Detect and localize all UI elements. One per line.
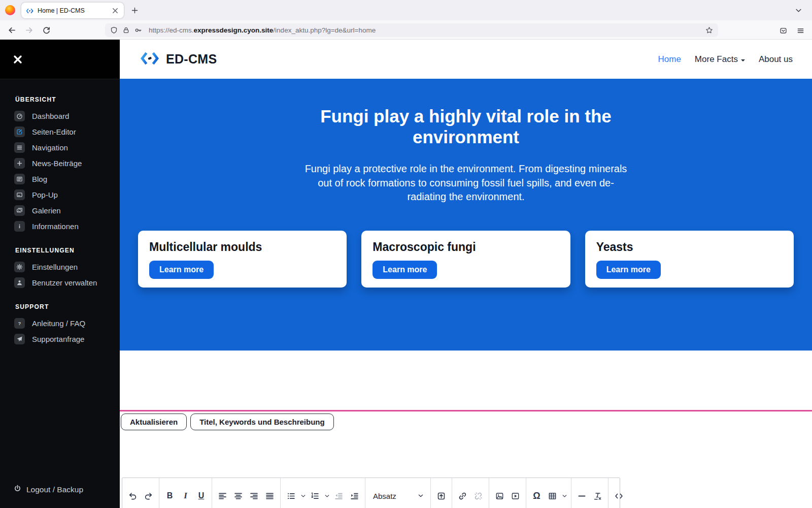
tab-close-icon[interactable] (111, 7, 119, 15)
shield-icon[interactable] (110, 26, 118, 34)
toolbar-group: Ω (526, 478, 571, 508)
titel-keywords-und-beschreibung-button[interactable]: Titel, Keywords und Beschreibung (190, 414, 333, 430)
sidebar-item-supportanfrage[interactable]: Supportanfrage (0, 331, 120, 347)
learn-more-button[interactable]: Learn more (149, 261, 214, 279)
dropdown-caret-icon (741, 59, 745, 64)
back-button[interactable] (4, 22, 19, 38)
sidebar-item-informationen[interactable]: Informationen (0, 218, 120, 234)
sidebar-item-dashboard[interactable]: Dashboard (0, 108, 120, 124)
ed-cms-logo-icon (140, 51, 159, 68)
bold-button[interactable]: B (162, 486, 178, 505)
align-justify-button[interactable] (262, 486, 278, 505)
aktualisieren-button[interactable]: Aktualisieren (121, 414, 187, 430)
paper-plane-icon (14, 334, 25, 344)
cms-action-buttons: AktualisierenTitel, Keywords und Beschre… (121, 414, 812, 430)
sidebar-item-label: Einstellungen (32, 263, 78, 271)
nav-about-us[interactable]: About us (759, 54, 793, 65)
toolbar-group (608, 478, 629, 508)
sidebar-item-einstellungen[interactable]: Einstellungen (0, 259, 120, 275)
chevron-down-icon (418, 493, 424, 499)
sidebar-sections: ÜBERSICHTDashboardSeiten-EditorNavigatio… (0, 79, 120, 347)
unlink-button[interactable] (470, 486, 486, 505)
paragraph-format-value: Absatz (373, 492, 396, 500)
lock-icon[interactable] (122, 26, 130, 34)
sidebar-item-label: Blog (32, 175, 47, 183)
reload-button[interactable] (39, 22, 54, 38)
brand-logo[interactable]: ED-CMS (140, 51, 217, 68)
chevron-down-icon[interactable] (560, 486, 568, 505)
toolbar-group (452, 478, 489, 508)
plus-icon (14, 158, 25, 169)
code-button[interactable] (611, 486, 627, 505)
clear-format-button[interactable] (590, 486, 605, 505)
sidebar-item-blog[interactable]: Blog (0, 171, 120, 187)
media-button[interactable] (507, 486, 523, 505)
undo-button[interactable] (125, 486, 141, 505)
align-left-button[interactable] (215, 486, 230, 505)
new-tab-button[interactable] (128, 4, 141, 17)
sidebar-section: ÜBERSICHTDashboardSeiten-EditorNavigatio… (0, 96, 120, 234)
menu-hamburger-icon[interactable] (794, 24, 807, 37)
underline-button[interactable]: U (193, 486, 209, 505)
hr-button[interactable] (574, 486, 590, 505)
logout-backup-button[interactable]: Logout / Backup (14, 485, 83, 494)
sidebar-item-news-beiträge[interactable]: News-Beiträge (0, 155, 120, 171)
sidebar-item-benutzer-verwalten[interactable]: Benutzer verwalten (0, 275, 120, 291)
align-center-button[interactable] (230, 486, 246, 505)
redo-button[interactable] (141, 486, 156, 505)
sidebar-item-galerien[interactable]: Galerien (0, 203, 120, 218)
list-all-tabs-button[interactable] (792, 4, 805, 17)
list-ul-button[interactable] (283, 486, 299, 505)
site-nav: HomeMore FactsAbout us (658, 54, 793, 65)
toolbar-group: Absatz (365, 478, 430, 508)
logout-label: Logout / Backup (26, 485, 83, 494)
sidebar-item-label: Benutzer verwalten (32, 278, 97, 287)
sidebar-item-label: Galerien (32, 206, 61, 215)
table-button[interactable] (545, 486, 560, 505)
newspaper-icon (14, 174, 25, 184)
chevron-down-icon[interactable] (323, 486, 331, 505)
outdent-button[interactable] (331, 486, 347, 505)
bookmark-star-icon[interactable] (705, 26, 713, 34)
sidebar-section: EINSTELLUNGENEinstellungenBenutzer verwa… (0, 247, 120, 291)
gear-icon (14, 262, 25, 272)
toolbar-group (212, 478, 280, 508)
nav-label: About us (759, 54, 793, 64)
toolbar-group (571, 478, 608, 508)
link-button[interactable] (455, 486, 470, 505)
url-bar[interactable]: https://ed-cms.expressdesign.cyon.site/i… (105, 23, 718, 37)
learn-more-button[interactable]: Learn more (596, 261, 661, 279)
sidebar-item-seiten-editor[interactable]: Seiten-Editor (0, 124, 120, 140)
sidebar-item-label: Supportanfrage (32, 335, 84, 343)
list-ol-button[interactable] (307, 486, 323, 505)
upload-button[interactable] (433, 486, 449, 505)
align-right-button[interactable] (246, 486, 262, 505)
chevron-down-icon[interactable] (299, 486, 307, 505)
sidebar-item-pop-up[interactable]: Pop-Up (0, 187, 120, 203)
toolbar-group (430, 478, 452, 508)
sidebar-item-label: Pop-Up (32, 190, 58, 199)
site-favicon-icon (26, 7, 33, 14)
sidebar-item-anleitung-faq[interactable]: ?Anleitung / FAQ (0, 315, 120, 331)
paragraph-format-select[interactable]: Absatz (368, 486, 428, 505)
sidebar-top-strip (0, 40, 120, 79)
nav-more-facts[interactable]: More Facts (695, 54, 745, 65)
learn-more-button[interactable]: Learn more (373, 261, 437, 279)
sidebar-item-navigation[interactable]: Navigation (0, 140, 120, 155)
indent-button[interactable] (347, 486, 362, 505)
italic-button[interactable]: I (178, 486, 193, 505)
image-button[interactable] (492, 486, 507, 505)
cms-sidebar: ÜBERSICHTDashboardSeiten-EditorNavigatio… (0, 40, 120, 508)
browser-toolbar: https://ed-cms.expressdesign.cyon.site/i… (0, 20, 812, 40)
sidebar-section-title: ÜBERSICHT (15, 96, 120, 103)
underline-icon: U (198, 491, 205, 500)
sidebar-item-label: News-Beiträge (32, 159, 82, 168)
close-sidebar-icon[interactable] (13, 54, 23, 65)
card-title: Yeasts (596, 240, 783, 254)
pocket-icon[interactable] (776, 24, 790, 37)
forward-button[interactable] (21, 22, 37, 38)
browser-tab[interactable]: Home | ED-CMS (21, 3, 124, 18)
sidebar-section-title: EINSTELLUNGEN (15, 247, 120, 254)
nav-home[interactable]: Home (658, 54, 681, 65)
omega-button[interactable]: Ω (529, 486, 545, 505)
